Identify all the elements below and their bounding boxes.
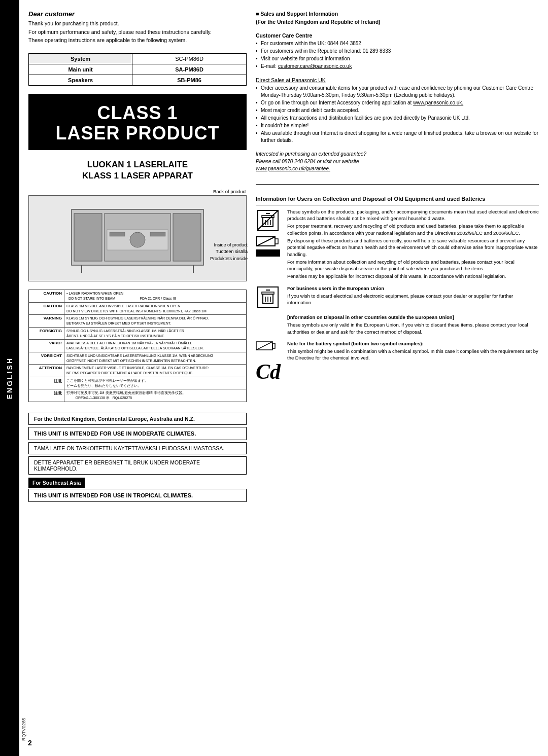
inside-label-3: Produktets innside (210, 256, 248, 263)
caution-row-7: ATTENTION RAYONNEMENT LASER VISIBLE ET I… (29, 365, 246, 377)
guarantee-link: www.panasonic.co.uk/guarantee. (256, 166, 330, 171)
svg-rect-23 (262, 292, 274, 294)
caution-row-3: VARNING KLASS 1M SYNLIG OCH OSYNLIG LASE… (29, 315, 246, 328)
sales-subheader: (For the United Kingdom and Republic of … (256, 18, 539, 26)
main-unit-label: Main unit (29, 64, 132, 75)
caution-content-8: ここを開くと可視及び不可視レーザー光が出ます。ビームを見たり、触れたりしないでく… (64, 377, 246, 389)
care-bullet-1: For customers within the UK: 0844 844 38… (256, 40, 539, 47)
bottom-notices: For the United Kingdom, Continental Euro… (28, 411, 247, 504)
caution-content-3: KLASS 1M SYNLIG OCH OSYNLIG LASERSTRÅLNI… (64, 315, 246, 327)
divider-1 (256, 184, 539, 185)
collection-icons (256, 208, 282, 257)
svg-rect-7 (150, 232, 165, 236)
caution-row-5: VARO! AVATTAESSA OLET ALTTIINA LUOKAN 1M… (29, 340, 246, 352)
product-image-section: Back of product (28, 189, 247, 281)
caution-label-8: 注意 (29, 377, 64, 389)
rqtv-label: RQTV0265 (21, 718, 26, 741)
svg-rect-6 (110, 232, 125, 236)
speakers-value: SB-PM86 (132, 75, 247, 86)
main-unit-value: SA-PM86D (132, 64, 247, 75)
collection-para1: These symbols on the products, packaging… (287, 208, 539, 222)
caution-label-7: ATTENTION (29, 365, 64, 377)
direct-bullet-6: Also available through our Internet is d… (256, 130, 539, 144)
caution-label-2: CAUTION (29, 303, 64, 315)
caution-label-4: FORSIGTIG (29, 328, 64, 340)
business-para: If you wish to discard electrical and el… (287, 293, 539, 306)
sales-header: ■ Sales and Support Information (256, 11, 338, 17)
battery-note-header: Note for the battery symbol (bottom two … (287, 340, 539, 347)
main-content: Dear customer Thank you for purchasing t… (19, 0, 548, 756)
disposal-header: [Information on Disposal in other Countr… (287, 314, 539, 320)
right-column: ■ Sales and Support Information (For the… (256, 10, 539, 746)
cd-icon-area: Cd (256, 340, 282, 384)
business-users-row: For business users in the European Union… (256, 285, 539, 336)
inside-label-1: Inside of product (210, 242, 248, 249)
caution-label-9: 注意 (29, 389, 64, 402)
product-illustration (56, 199, 219, 278)
care-bullet-2: For customers within the Republic of Ire… (256, 48, 539, 55)
caution-content-4: SYNLIG OG USYNLIG LASERSTRÅLNING KLASSE … (64, 328, 246, 340)
care-bullet-4: E-mail: customer.care@panasonic.co.uk (256, 63, 539, 70)
battery-note-content: Note for the battery symbol (bottom two … (287, 340, 539, 363)
product-image-area (28, 195, 247, 281)
speakers-label: Speakers (29, 75, 132, 86)
southeast-asia-header: For Southeast Asia (28, 478, 85, 488)
business-icon-area (256, 285, 282, 309)
caution-content-7: RAYONNEMENT LASER VISIBLE ET INVISIBLE, … (64, 365, 246, 377)
southeast-asia-section: For Southeast Asia THIS UNIT IS INTENDED… (28, 478, 247, 502)
finnish-notice-box: TÄMÄ LAITE ON TARKOITETTU KÄYTETTÄVÄKSI … (28, 442, 247, 454)
weee-icon (256, 208, 280, 233)
svg-rect-29 (272, 343, 275, 348)
business-header: For business users in the European Union (287, 285, 539, 292)
caution-table: CAUTION • LASER RADIATION WHEN OPEN DO N… (28, 290, 247, 402)
business-weee-icon (256, 285, 280, 309)
caution-label-3: VARNING (29, 315, 64, 327)
svg-line-20 (257, 237, 275, 246)
left-column: Dear customer Thank you for purchasing t… (28, 10, 247, 746)
inside-labels: Inside of product Tuotteen sisällä Produ… (210, 242, 248, 263)
danish-notice-box: DETTE APPARATET ER BEREGNET TIL BRUK UND… (28, 456, 247, 475)
collection-divider (256, 205, 539, 205)
caution-row-9: 注意 打开时可见及不可见 1M 类激光辐射,避免光束照射眼睛,不得直视光学仪器。… (29, 389, 246, 402)
luokan-text: LUOKAN 1 LASERLAITE KLASS 1 LASER APPARA… (28, 159, 247, 182)
extended-guarantee-para2: Please call 0870 240 6284 or visit our w… (256, 158, 539, 172)
system-model: SC-PM86D (132, 54, 247, 64)
svg-point-5 (130, 232, 145, 247)
battery-example-icon-1 (256, 340, 277, 356)
inside-label-2: Tuotteen sisällä (210, 248, 248, 256)
dear-customer-para3: These operating instructions are applica… (28, 37, 247, 44)
collection-header: Information for Users on Collection and … (256, 196, 539, 202)
collection-section: Information for Users on Collection and … (256, 196, 539, 388)
uk-australia-header: For the United Kingdom, Continental Euro… (28, 413, 247, 425)
direct-bullet-4: All enquiries transactions and distribut… (256, 115, 539, 122)
collection-para5: Penalties may be applicable for incorrec… (287, 273, 539, 279)
black-separator (256, 249, 280, 257)
caution-label-6: VORSICHT (29, 352, 64, 365)
direct-bullet-5: It couldn't be simpler! (256, 122, 539, 129)
direct-bullet-1: Order accessory and consumable items for… (256, 85, 539, 99)
svg-rect-2 (173, 213, 201, 261)
sidebar: ENGLISH (0, 0, 19, 756)
laser-product-text: LASER PRODUCT (35, 123, 241, 143)
caution-label-1: CAUTION (29, 290, 64, 302)
caution-label-5: VARO! (29, 340, 64, 352)
dear-customer-para1: Thank you for purchasing this product. (28, 20, 247, 27)
caution-row-2: CAUTION CLASS 1M VISIBLE AND INVISIBLE L… (29, 303, 246, 315)
page-number: 2 (28, 739, 32, 747)
caution-content-2: CLASS 1M VISIBLE AND INVISIBLE LASER RAD… (64, 303, 246, 315)
collection-text-content: These symbols on the products, packaging… (287, 208, 539, 281)
battery-note-para: This symbol might be used in combination… (287, 348, 539, 362)
customer-care-centre-label: Customer Care Centre (256, 32, 539, 40)
luokan-line2: KLASS 1 LASER APPARAT (28, 170, 247, 182)
direct-bullet-2: Or go on line through our Internet Acces… (256, 99, 539, 106)
battery-note-row: Cd Note for the battery symbol (bottom t… (256, 340, 539, 384)
business-text-content: For business users in the European Union… (287, 285, 539, 336)
laser-class-text: CLASS 1 (35, 103, 241, 123)
svg-rect-1 (74, 213, 102, 261)
extended-guarantee-para1: Interested in purchasing an extended gua… (256, 151, 539, 158)
dear-customer-para2: For optimum performance and safety, plea… (28, 28, 247, 36)
moderate-climate-box: THIS UNIT IS INTENDED FOR USE IN MODERAT… (28, 427, 247, 440)
collection-para2: For proper treatment, recovery and recyc… (287, 223, 539, 236)
caution-content-6: SICHTBARE UND UNSICHTBARE LASERSTRAHLUNG… (64, 352, 246, 365)
cd-symbol: Cd (256, 359, 281, 384)
